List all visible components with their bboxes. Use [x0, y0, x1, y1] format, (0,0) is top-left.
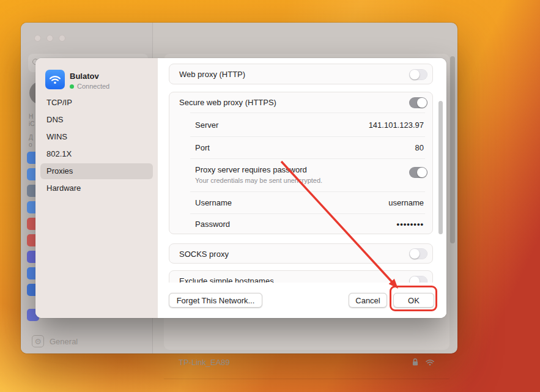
zoom-window-icon[interactable]	[59, 35, 65, 42]
server-label: Server	[195, 120, 218, 130]
socks-proxy-toggle[interactable]	[409, 248, 427, 259]
web-proxy-toggle[interactable]	[409, 69, 427, 80]
network-header: Bulatov Connected	[45, 70, 109, 90]
socks-proxy-label: SOCKS proxy	[179, 250, 229, 259]
sidebar-item-802-1x[interactable]: 802.1X	[40, 146, 153, 162]
username-value[interactable]: username	[388, 198, 424, 207]
sidebar-item-label: General	[50, 337, 78, 346]
proxy-sidebar-list: TCP/IPDNSWINS802.1XProxiesHardware	[40, 95, 153, 198]
secure-proxy-row: Secure web proxy (HTTPS)	[169, 92, 432, 113]
network-list-item[interactable]: TP-Link_EA89	[179, 357, 435, 367]
network-title: Bulatov	[70, 72, 109, 81]
sidebar-item-proxies[interactable]: Proxies	[40, 163, 153, 179]
server-value[interactable]: 141.101.123.97	[369, 120, 424, 130]
dialog-scrollbar[interactable]	[438, 101, 443, 234]
port-value[interactable]: 80	[415, 143, 424, 152]
password-label: Password	[195, 220, 230, 229]
exclude-hostnames-label: Exclude simple hostnames	[179, 276, 274, 283]
server-row: Server 141.101.123.97	[169, 113, 432, 136]
sidebar-item-wins[interactable]: WINS	[40, 129, 153, 145]
sidebar-item-tcp-ip[interactable]: TCP/IP	[40, 95, 153, 111]
connected-status-label: Connected	[77, 83, 109, 90]
requires-password-label: Proxy server requires password	[195, 165, 307, 174]
dialog-sidebar: Bulatov Connected TCP/IPDNSWINS802.1XPro…	[35, 58, 158, 318]
exclude-hostnames-group: Exclude simple hostnames	[169, 270, 433, 283]
username-row: Username username	[169, 192, 432, 213]
port-label: Port	[195, 143, 210, 152]
sidebar-item-hardware[interactable]: Hardware	[40, 180, 153, 196]
exclude-hostnames-toggle[interactable]	[409, 276, 427, 283]
password-value[interactable]: ••••••••	[397, 220, 424, 229]
socks-proxy-group: SOCKS proxy	[169, 243, 433, 264]
gear-icon: ⚙	[32, 335, 44, 347]
sidebar-item-dns[interactable]: DNS	[40, 112, 153, 128]
secure-proxy-label: Secure web proxy (HTTPS)	[179, 98, 276, 107]
sidebar-text-fragment: Д	[29, 134, 33, 141]
web-proxy-label: Web proxy (HTTP)	[179, 70, 245, 79]
web-proxy-group: Web proxy (HTTP)	[169, 64, 433, 84]
wifi-signal-icon	[425, 357, 435, 367]
password-row: Password ••••••••	[169, 214, 432, 234]
sidebar-item-general[interactable]: ⚙ General	[32, 333, 148, 349]
web-proxy-row: Web proxy (HTTP)	[169, 64, 432, 84]
secure-proxy-toggle[interactable]	[409, 97, 427, 108]
row-divider	[164, 379, 449, 379]
cancel-button[interactable]: Cancel	[349, 293, 387, 308]
forget-network-button[interactable]: Forget This Network...	[169, 293, 262, 308]
sidebar-text-fragment: iC	[29, 120, 34, 127]
requires-password-toggle[interactable]	[409, 167, 427, 178]
wifi-app-icon	[45, 70, 65, 89]
sidebar-text-fragment: o	[29, 141, 32, 148]
ok-button[interactable]: OK	[393, 293, 434, 308]
sidebar-text-fragment: H	[29, 113, 33, 120]
requires-password-row: Proxy server requires password Your cred…	[169, 159, 432, 191]
exclude-hostnames-row: Exclude simple hostnames	[169, 271, 432, 283]
settings-window: HiCДo ⚙ General ‹ Wi-Fi TP-Link_EA89	[21, 23, 457, 353]
connected-status-icon	[70, 84, 74, 89]
minimize-window-icon[interactable]	[46, 35, 53, 42]
network-name: TP-Link_EA89	[179, 358, 230, 367]
dialog-footer: Forget This Network... Cancel OK	[158, 283, 446, 318]
proxy-settings-scroll: Web proxy (HTTP) Secure web proxy (HTTPS…	[158, 58, 446, 283]
port-row: Port 80	[169, 137, 432, 158]
secure-proxy-group: Secure web proxy (HTTPS) Server 141.101.…	[169, 92, 433, 234]
lock-icon	[410, 357, 420, 367]
credentials-note: Your credentials may be sent unencrypted…	[195, 177, 322, 184]
socks-proxy-row: SOCKS proxy	[169, 244, 432, 264]
dialog-content: Web proxy (HTTP) Secure web proxy (HTTPS…	[158, 58, 446, 318]
window-scrollbar[interactable]	[450, 56, 455, 243]
username-label: Username	[195, 198, 232, 207]
close-window-icon[interactable]	[34, 35, 41, 42]
network-details-dialog: Bulatov Connected TCP/IPDNSWINS802.1XPro…	[35, 58, 446, 318]
